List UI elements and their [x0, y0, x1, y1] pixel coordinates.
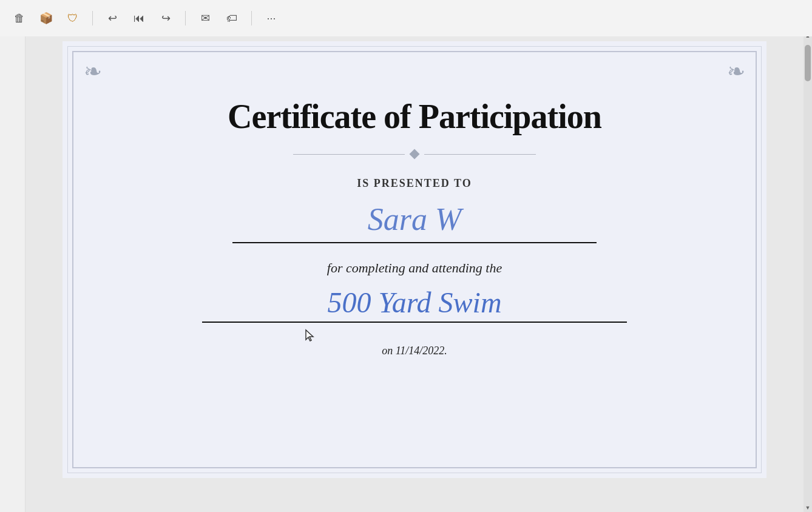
corner-ornament-top-right: ❧ — [718, 53, 754, 90]
scrollbar-thumb[interactable] — [805, 45, 811, 81]
app-toolbar: 🗑 📦 🛡 ↩ ⏮ ↪ ✉ 🏷 ··· — [0, 0, 812, 36]
envelope-icon[interactable]: ✉ — [195, 8, 215, 28]
pdf-modal: Sara W Fitness Cert.pdf ⬇ Download 🖨 Pri… — [25, 0, 812, 512]
for-completing-text: for completing and attending the — [327, 260, 502, 276]
sidebar-background — [0, 36, 25, 512]
name-underline — [232, 242, 597, 243]
modal-scrollbar[interactable]: ▲ ▼ — [804, 32, 812, 512]
scrollbar-arrow-down[interactable]: ▼ — [804, 504, 812, 512]
divider-line-left — [293, 154, 405, 155]
undo-all-icon[interactable]: ⏮ — [129, 8, 149, 28]
toolbar-separator-3 — [251, 11, 252, 25]
course-name-container: 500 Yard Swim — [202, 286, 627, 323]
more-icon[interactable]: ··· — [262, 8, 281, 28]
modal-content: ❧ ❧ Certificate of Participation IS PRES… — [25, 32, 812, 512]
certificate-title: Certificate of Participation — [228, 97, 601, 136]
course-underline — [202, 322, 627, 323]
divider-line-right — [424, 154, 536, 155]
redo-icon[interactable]: ↪ — [156, 8, 175, 28]
archive-icon[interactable]: 📦 — [36, 8, 56, 28]
toolbar-separator-2 — [185, 11, 186, 25]
undo-icon[interactable]: ↩ — [103, 8, 122, 28]
recipient-name-container: Sara W — [232, 202, 597, 243]
certificate-page: ❧ ❧ Certificate of Participation IS PRES… — [63, 41, 766, 478]
certificate-divider — [293, 150, 536, 158]
recipient-name: Sara W — [368, 202, 462, 239]
tag-icon[interactable]: 🏷 — [222, 8, 242, 28]
divider-diamond — [410, 149, 420, 160]
trash-icon[interactable]: 🗑 — [10, 8, 29, 28]
certificate-date: on 11/14/2022. — [382, 345, 447, 357]
corner-ornament-top-left: ❧ — [75, 53, 111, 90]
toolbar-separator-1 — [92, 11, 93, 25]
shield-icon[interactable]: 🛡 — [63, 8, 83, 28]
course-name: 500 Yard Swim — [327, 286, 501, 319]
presented-to-label: IS PRESENTED TO — [357, 177, 472, 190]
